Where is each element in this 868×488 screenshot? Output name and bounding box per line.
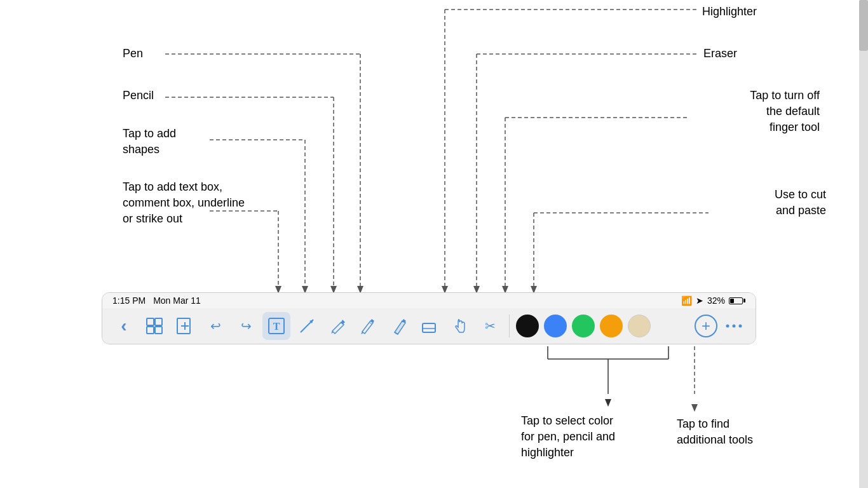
battery-icon (729, 297, 745, 304)
label-pencil: Pencil (123, 88, 154, 104)
color-black-button[interactable] (516, 315, 539, 337)
status-bar: 1:15 PM Mon Mar 11 📶 ➤ 32% (102, 293, 756, 308)
svg-text:T: T (273, 321, 280, 332)
add-page-button[interactable] (171, 312, 199, 340)
color-cream-button[interactable] (628, 315, 651, 337)
battery-tip (743, 299, 745, 302)
battery-body (729, 297, 743, 304)
wifi-icon: 📶 (681, 295, 692, 306)
svg-rect-33 (155, 318, 162, 325)
svg-line-43 (369, 322, 372, 324)
label-textbox: Tap to add text box,comment box, underli… (123, 179, 288, 227)
undo-button[interactable]: ↩ (201, 312, 229, 340)
add-tools-button[interactable]: + (695, 315, 717, 337)
redo-button[interactable]: ↪ (232, 312, 260, 340)
svg-point-47 (726, 325, 729, 328)
status-left: 1:15 PM Mon Mar 11 (112, 295, 201, 306)
date-display: Mon Mar 11 (153, 295, 201, 306)
annotation-lines (0, 0, 859, 488)
grid-view-button[interactable] (140, 312, 168, 340)
label-color-select: Tap to select colorfor pen, pencil andhi… (521, 413, 661, 461)
scissors-tool-button[interactable]: ✂ (476, 312, 504, 340)
status-right: 📶 ➤ 32% (681, 295, 745, 306)
label-finger-tool: Tap to turn offthe defaultfinger tool (693, 88, 820, 136)
main-content: Highlighter Eraser Pen Pencil Tap to add… (0, 0, 859, 488)
scrollbar-thumb[interactable] (859, 0, 868, 51)
svg-rect-34 (147, 327, 154, 334)
time-display: 1:15 PM (112, 295, 146, 306)
label-highlighter: Highlighter (702, 4, 757, 20)
label-eraser: Eraser (703, 46, 737, 62)
pencil-tool-button[interactable] (354, 312, 382, 340)
finger-tool-button[interactable] (445, 312, 473, 340)
svg-point-49 (739, 325, 742, 328)
toolbar-container: 1:15 PM Mon Mar 11 📶 ➤ 32% (102, 292, 756, 344)
battery-pct: 32% (707, 295, 725, 306)
scrollbar[interactable] (859, 0, 868, 488)
svg-point-48 (733, 325, 736, 328)
nav-icon: ➤ (696, 295, 703, 306)
label-shapes: Tap to addshapes (123, 126, 218, 158)
svg-rect-35 (155, 327, 162, 334)
svg-rect-32 (147, 318, 154, 325)
svg-marker-29 (605, 399, 611, 407)
highlighter-tool-button[interactable] (384, 312, 412, 340)
svg-marker-31 (691, 404, 698, 412)
color-yellow-button[interactable] (600, 315, 623, 337)
label-pen: Pen (123, 46, 143, 62)
back-button[interactable]: ‹ (110, 312, 138, 340)
pen-tool-button[interactable] (323, 312, 351, 340)
toolbar-separator (509, 315, 510, 337)
eraser-tool-button[interactable] (415, 312, 443, 340)
svg-rect-45 (423, 323, 435, 332)
battery-fill (730, 299, 734, 303)
more-options-button[interactable] (720, 312, 748, 340)
label-cut-paste: Use to cutand paste (712, 187, 826, 219)
text-tool-button[interactable]: T (262, 312, 290, 340)
toolbar: ‹ ↩ ↪ (102, 308, 756, 344)
label-additional-tools: Tap to findadditional tools (677, 416, 804, 448)
color-green-button[interactable] (572, 315, 595, 337)
line-tool-button[interactable] (293, 312, 321, 340)
color-blue-button[interactable] (544, 315, 567, 337)
